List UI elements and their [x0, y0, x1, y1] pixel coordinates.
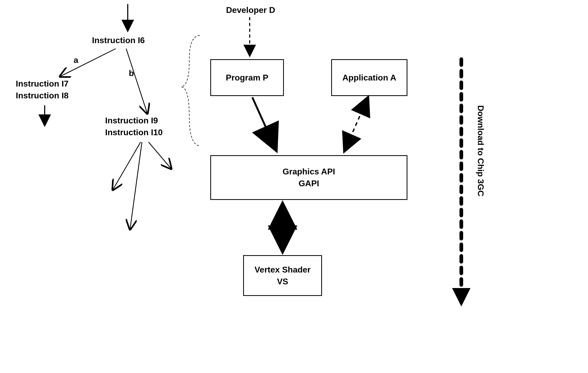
svg-line-5: [130, 142, 142, 229]
developer-label: Developer D: [226, 5, 275, 15]
svg-line-4: [113, 142, 141, 189]
instruction-i8: Instruction I8: [16, 91, 69, 100]
svg-line-1: [60, 49, 116, 76]
program-text: Program P: [226, 72, 268, 84]
vertex-text-line1: Vertex Shader: [254, 264, 310, 276]
svg-line-8: [252, 97, 276, 150]
instruction-i7: Instruction I7: [16, 79, 69, 89]
svg-line-6: [149, 142, 171, 168]
svg-line-2: [126, 49, 147, 113]
application-box: Application A: [331, 59, 407, 96]
application-text: Application A: [342, 72, 396, 84]
program-box: Program P: [210, 59, 284, 96]
branch-label-a: a: [74, 55, 78, 65]
instruction-i6: Instruction I6: [92, 36, 145, 45]
gapi-box: Graphics API GAPI: [210, 155, 407, 200]
gapi-text-line1: Graphics API: [283, 166, 335, 178]
branch-label-b: b: [129, 68, 134, 78]
svg-line-9: [344, 97, 368, 151]
vertex-text-line2: VS: [277, 276, 288, 288]
gapi-text-line2: GAPI: [299, 178, 319, 189]
instruction-i10: Instruction I10: [105, 128, 163, 137]
svg-marker-12: [452, 288, 471, 306]
vertex-shader-box: Vertex Shader VS: [243, 255, 322, 296]
instruction-i9: Instruction I9: [105, 116, 158, 125]
download-label: Download to Chip 3GC: [476, 105, 485, 196]
